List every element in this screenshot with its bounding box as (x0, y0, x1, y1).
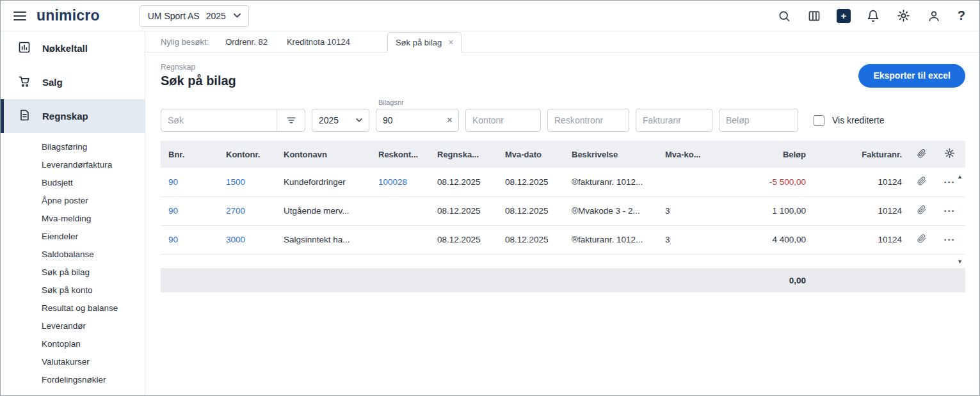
sidebar-subitem-apne-poster[interactable]: Åpne poster (1, 192, 145, 210)
filter-icon[interactable] (277, 109, 305, 131)
col-header-reskontro[interactable]: Reskont... (371, 141, 430, 168)
sidebar-subitem-eiendeler[interactable]: Eiendeler (1, 228, 145, 246)
sidebar: Nøkkeltall Salg Regnskap Bilagsføring Le… (1, 31, 145, 395)
col-header-fakturanr[interactable]: Fakturanr. (814, 141, 910, 168)
table-row[interactable]: 90 2700 Utgående merv... 08.12.2025 08.1… (161, 196, 965, 225)
sidebar-subitem-kontoplan[interactable]: Kontoplan (1, 335, 145, 353)
row-menu-icon[interactable]: ··· (944, 177, 956, 187)
bilagsnr-label: Bilagsnr (378, 99, 404, 106)
table-header-row: Bnr. Kontonr. Kontonavn Reskont... Regns… (161, 141, 965, 168)
add-new-icon[interactable]: + (837, 9, 851, 23)
sidebar-subitem-bilagsforing[interactable]: Bilagsføring (1, 138, 145, 156)
cell-belop: -5 500,00 (728, 168, 814, 196)
app-window: unimicro UM Sport AS 2025 + ? (0, 0, 980, 396)
scroll-down-icon[interactable]: ▼ (956, 258, 964, 266)
cell-regnskapsdato: 08.12.2025 (430, 168, 497, 196)
search-icon[interactable] (776, 8, 792, 24)
footer-total-belop: 0,00 (728, 268, 814, 292)
table-row[interactable]: 90 3000 Salgsinntekt ha... 08.12.2025 08… (161, 225, 965, 254)
paperclip-icon[interactable] (917, 177, 926, 187)
cell-beskrivelse: ®fakturanr. 1012... (564, 225, 657, 254)
bell-icon[interactable] (865, 8, 881, 24)
paperclip-icon[interactable] (917, 205, 926, 216)
cell-bnr[interactable]: 90 (161, 196, 218, 225)
cell-regnskapsdato: 08.12.2025 (430, 196, 497, 225)
year-select[interactable]: 2025 (312, 109, 369, 132)
cell-kontonr[interactable]: 2700 (218, 196, 276, 225)
col-header-attachments (910, 141, 934, 168)
sidebar-subitem-sok-pa-konto[interactable]: Søk på konto (1, 281, 145, 299)
sidebar-subitem-fordelingsnokler[interactable]: Fordelingsnøkler (1, 371, 145, 389)
results-table: Bnr. Kontonr. Kontonavn Reskont... Regns… (161, 141, 965, 292)
sidebar-item-label: Nøkkeltall (42, 43, 88, 54)
cell-beskrivelse: ®fakturanr. 1012... (564, 168, 657, 196)
col-header-settings[interactable] (934, 141, 965, 168)
recent-item-ordrenr[interactable]: Ordrenr. 82 (225, 37, 268, 47)
row-menu-icon[interactable]: ··· (944, 205, 956, 216)
col-header-belop[interactable]: Beløp (728, 141, 814, 168)
company-name: UM Sport AS (148, 11, 200, 21)
year-select-value: 2025 (319, 115, 339, 125)
paperclip-icon[interactable] (917, 234, 926, 245)
breadcrumb[interactable]: Regnskap (161, 63, 236, 72)
sidebar-subitem-saldobalanse[interactable]: Saldobalanse (1, 246, 145, 264)
vis-krediterte-checkbox[interactable] (814, 115, 824, 126)
chevron-down-icon (234, 13, 241, 18)
cell-reskontro[interactable]: 100028 (371, 168, 430, 196)
cell-kontonavn: Kundefordringer (276, 168, 371, 196)
sidebar-subitem-mva-melding[interactable]: Mva-melding (1, 210, 145, 228)
company-year: 2025 (206, 11, 226, 21)
cell-mva-kode (657, 168, 728, 196)
col-header-beskrivelse[interactable]: Beskrivelse (564, 141, 657, 168)
cell-belop: 1 100,00 (728, 196, 814, 225)
sidebar-subitem-budsjett[interactable]: Budsjett (1, 174, 145, 192)
table-row[interactable]: 90 1500 Kundefordringer 100028 08.12.202… (161, 168, 965, 196)
help-icon[interactable]: ? (956, 7, 967, 24)
sidebar-subitem-valutakurser[interactable]: Valutakurser (1, 353, 145, 371)
bilagsnr-field-wrap: Bilagsnr × (376, 109, 459, 132)
shopping-cart-icon (18, 75, 31, 90)
cell-kontonavn: Utgående merv... (276, 196, 371, 225)
recent-item-kreditnota[interactable]: Kreditnota 10124 (287, 37, 350, 47)
vis-krediterte-label: Vis krediterte (832, 115, 884, 125)
scroll-up-icon[interactable]: ▲ (956, 173, 964, 181)
close-icon[interactable]: × (448, 37, 453, 47)
tab-label: Søk på bilag (396, 38, 442, 47)
sidebar-item-nokkeltall[interactable]: Nøkkeltall (1, 31, 145, 65)
col-header-bnr[interactable]: Bnr. (161, 141, 218, 168)
cell-kontonr[interactable]: 3000 (218, 225, 276, 254)
belop-input[interactable] (719, 109, 798, 132)
sidebar-subitem-sok-pa-bilag[interactable]: Søk på bilag (1, 264, 145, 281)
panel-icon[interactable] (807, 8, 822, 24)
sidebar-subitem-leverandor[interactable]: Leverandør (1, 317, 145, 335)
reskontronr-input[interactable] (547, 109, 629, 132)
fakturanr-input[interactable] (636, 109, 712, 132)
tab-sok-pa-bilag[interactable]: Søk på bilag × (387, 32, 462, 52)
col-header-mva-kode[interactable]: Mva-ko... (657, 141, 728, 168)
search-input[interactable] (161, 115, 277, 125)
row-menu-icon[interactable]: ··· (944, 234, 956, 245)
user-icon[interactable] (926, 8, 942, 24)
hamburger-menu-icon[interactable] (13, 8, 28, 24)
col-header-regnskapsdato[interactable]: Regnska... (430, 141, 497, 168)
cell-bnr[interactable]: 90 (161, 168, 218, 196)
clear-icon[interactable]: × (444, 115, 455, 126)
company-selector[interactable]: UM Sport AS 2025 (140, 5, 249, 27)
cell-kontonr[interactable]: 1500 (218, 168, 276, 196)
kontonr-input[interactable] (465, 109, 541, 132)
sidebar-item-regnskap[interactable]: Regnskap (1, 99, 145, 133)
col-header-mva-dato[interactable]: Mva-dato (497, 141, 564, 168)
sidebar-subitem-resultat-og-balanse[interactable]: Resultat og balanse (1, 299, 145, 317)
filter-bar: 2025 Bilagsnr × Vis krediterte (145, 88, 979, 132)
cell-bnr[interactable]: 90 (161, 225, 218, 254)
app-logo: unimicro (36, 7, 100, 24)
sidebar-subitem-leverandorfaktura[interactable]: Leverandørfaktura (1, 156, 145, 174)
sidebar-subnav-regnskap: Bilagsføring Leverandørfaktura Budsjett … (1, 138, 145, 389)
export-to-excel-button[interactable]: Eksporter til excel (858, 64, 965, 88)
sidebar-item-salg[interactable]: Salg (1, 65, 145, 99)
sidebar-item-label: Regnskap (42, 111, 88, 122)
gear-icon[interactable] (896, 8, 912, 24)
cell-reskontro (371, 225, 430, 254)
col-header-kontonr[interactable]: Kontonr. (218, 141, 276, 168)
col-header-kontonavn[interactable]: Kontonavn (276, 141, 371, 168)
